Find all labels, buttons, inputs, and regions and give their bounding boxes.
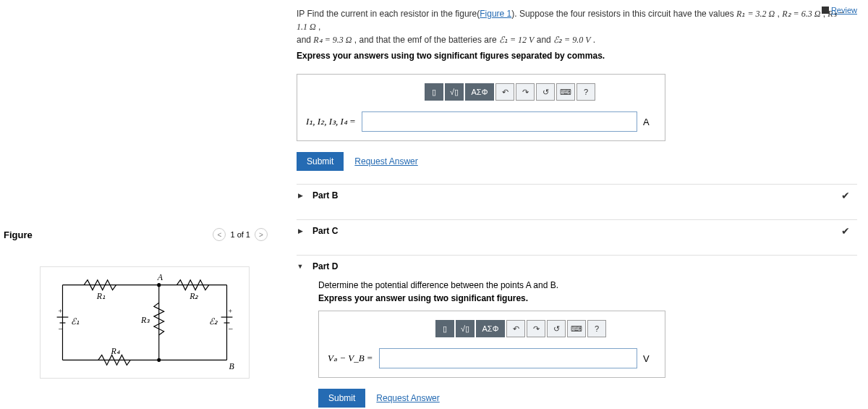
svg-point-9 [158, 284, 161, 287]
caret-right-icon: ▶ [297, 227, 304, 235]
keyboard-button[interactable]: ⌨ [567, 320, 586, 337]
part-a-request-answer-link[interactable]: Request Answer [354, 156, 417, 166]
equation-toolbar-d: ▯ √▯ ΑΣΦ ↶ ↷ ↺ ⌨ ? [386, 320, 656, 337]
svg-text:R₃: R₃ [140, 315, 150, 325]
sqrt-button[interactable]: √▯ [445, 83, 464, 101]
figure-nav: < 1 of 1 > [213, 228, 268, 241]
svg-text:ℰ₁: ℰ₁ [71, 316, 80, 326]
part-a-answer-input[interactable] [362, 111, 637, 132]
figure-panel: Figure < 1 of 1 > [0, 0, 275, 409]
part-d-request-answer-link[interactable]: Request Answer [376, 393, 439, 403]
part-d-body: Determine the potential difference betwe… [297, 280, 857, 408]
reset-button[interactable]: ↺ [547, 320, 566, 337]
circuit-diagram: A B R₁ R₂ R₃ R₄ ℰ₁ ℰ₂ + − + − [40, 266, 250, 379]
template-button[interactable]: ▯ [435, 320, 454, 337]
figure-title: Figure [4, 229, 33, 240]
redo-button[interactable]: ↷ [527, 320, 545, 337]
svg-text:A: A [157, 272, 163, 282]
part-d-variable-label: Vₐ − V_B = [328, 353, 373, 364]
part-a-instruction: Express your answers using two significa… [297, 51, 857, 61]
part-a-variable-label: I₁, I₂, I₃, I₄ = [306, 116, 356, 127]
help-button[interactable]: ? [587, 320, 606, 337]
svg-text:R₂: R₂ [189, 291, 199, 301]
redo-button[interactable]: ↷ [516, 83, 535, 101]
equation-toolbar: ▯ √▯ ΑΣΦ ↶ ↷ ↺ ⌨ ? [364, 83, 656, 101]
keyboard-button[interactable]: ⌨ [556, 83, 575, 101]
part-d-unit: V [643, 353, 656, 364]
undo-button[interactable]: ↶ [495, 83, 514, 101]
sqrt-button[interactable]: √▯ [456, 320, 475, 337]
undo-button[interactable]: ↶ [506, 320, 525, 337]
svg-text:R₁: R₁ [96, 291, 106, 301]
part-b-header[interactable]: ▶ Part B ✔ [297, 184, 857, 206]
svg-text:R₄: R₄ [111, 346, 120, 356]
check-icon: ✔ [841, 225, 850, 237]
part-d-text: Determine the potential difference betwe… [318, 280, 857, 290]
greek-button[interactable]: ΑΣΦ [476, 320, 505, 337]
part-d-instruction: Express your answer using two significan… [318, 293, 857, 303]
part-a-unit: A [643, 117, 656, 127]
svg-point-10 [158, 358, 161, 361]
part-c-header[interactable]: ▶ Part C ✔ [297, 219, 857, 242]
part-d-header[interactable]: ▼ Part D [297, 255, 857, 277]
figure-prev-button[interactable]: < [213, 228, 226, 241]
figure-link[interactable]: Figure 1 [480, 9, 511, 19]
flag-icon [822, 7, 829, 14]
problem-statement: IP Find the current in each resistor in … [297, 7, 857, 46]
check-icon: ✔ [841, 190, 850, 201]
question-panel: Review IP Find the current in each resis… [275, 0, 868, 409]
help-button[interactable]: ? [576, 83, 595, 101]
part-a-submit-button[interactable]: Submit [297, 152, 344, 171]
svg-text:−: − [228, 324, 233, 334]
template-button[interactable]: ▯ [425, 83, 443, 101]
reset-button[interactable]: ↺ [536, 83, 555, 101]
svg-text:B: B [229, 361, 234, 371]
part-d-submit-button[interactable]: Submit [318, 389, 365, 408]
greek-button[interactable]: ΑΣΦ [465, 83, 494, 101]
svg-text:+: + [59, 307, 63, 315]
svg-text:ℰ₂: ℰ₂ [209, 316, 218, 326]
part-d-answer-block: ▯ √▯ ΑΣΦ ↶ ↷ ↺ ⌨ ? Vₐ − V_B = V [318, 311, 665, 378]
part-a-answer-block: ▯ √▯ ΑΣΦ ↶ ↷ ↺ ⌨ ? I₁, I₂, I₃, I₄ = A [297, 74, 665, 141]
caret-right-icon: ▶ [297, 192, 304, 199]
caret-down-icon: ▼ [297, 263, 304, 270]
figure-next-button[interactable]: > [255, 228, 268, 241]
part-d-answer-input[interactable] [379, 348, 637, 368]
svg-text:−: − [59, 324, 64, 334]
svg-text:+: + [228, 307, 232, 315]
figure-nav-label: 1 of 1 [230, 230, 250, 239]
review-link[interactable]: Review [822, 6, 857, 14]
